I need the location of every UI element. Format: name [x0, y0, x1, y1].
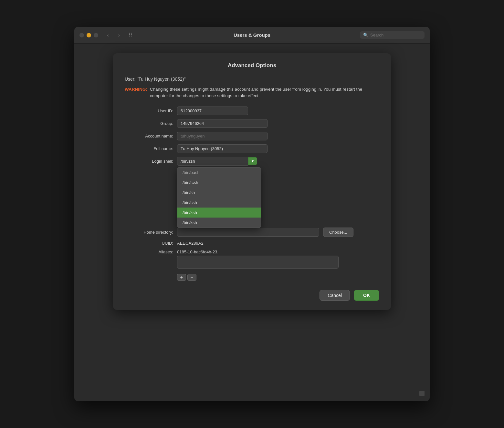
warning-label: WARNING: [125, 86, 147, 99]
home-directory-label: Home directory: [125, 230, 173, 235]
dropdown-item-sh[interactable]: /bin/sh [177, 188, 261, 198]
aliases-text: 0185-10-bac6fd4b-23... [177, 250, 339, 254]
shell-dropdown-menu: /bin/bash /bin/tcsh /bin/sh /bin/csh /bi… [177, 167, 261, 228]
dropdown-item-ksh[interactable]: /bin/ksh [177, 218, 261, 228]
window-content: Advanced Options User: "Tu Huy Nguyen (3… [74, 44, 430, 401]
aliases-label: Aliases: [125, 250, 173, 254]
search-icon: 🔍 [363, 33, 368, 37]
choose-button[interactable]: Choose... [323, 228, 353, 237]
titlebar: ‹ › ⠿ Users & Groups 🔍 [74, 27, 430, 44]
main-window: ‹ › ⠿ Users & Groups 🔍 Advanced Options … [74, 27, 430, 401]
chevron-down-icon: ▼ [251, 159, 255, 163]
search-box: 🔍 [360, 31, 425, 39]
add-remove-row: + − [177, 274, 379, 281]
account-name-label: Account name: [125, 134, 173, 138]
group-label: Group: [125, 121, 173, 126]
grid-button[interactable]: ⠿ [126, 32, 135, 38]
back-button[interactable]: ‹ [103, 32, 112, 38]
dropdown-item-csh[interactable]: /bin/csh [177, 198, 261, 208]
login-shell-row: Login shell: ▼ /bin/bash /bin/tcsh /bin/… [125, 157, 379, 166]
account-name-row: Account name: [125, 132, 379, 140]
full-name-label: Full name: [125, 146, 173, 151]
dropdown-item-tcsh[interactable]: /bin/tcsh [177, 178, 261, 188]
home-directory-row: Home directory: Choose... [125, 228, 379, 237]
dialog-footer: Cancel OK [125, 290, 379, 301]
home-directory-input[interactable] [177, 228, 319, 237]
shell-selector: ▼ /bin/bash /bin/tcsh /bin/sh /bin/csh /… [177, 157, 257, 166]
group-row: Group: [125, 119, 379, 128]
remove-alias-button[interactable]: − [187, 274, 196, 281]
aliases-row: Aliases: 0185-10-bac6fd4b-23... [125, 250, 379, 269]
uuid-label: UUID: [125, 241, 173, 246]
login-shell-label: Login shell: [125, 159, 173, 164]
ok-button[interactable]: OK [354, 290, 379, 301]
user-id-label: User ID: [125, 108, 173, 113]
close-button[interactable] [79, 33, 84, 37]
uuid-value: AEECA289A2 [177, 241, 204, 246]
user-row: User: "Tu Huy Nguyen (3052)" [125, 76, 379, 82]
account-name-input[interactable] [177, 132, 268, 140]
window-title: Users & Groups [234, 32, 270, 38]
full-name-input[interactable] [177, 144, 268, 153]
minimize-button[interactable] [87, 33, 91, 37]
forward-button[interactable]: › [114, 32, 123, 38]
dropdown-item-zsh[interactable]: /bin/zsh [177, 208, 261, 218]
add-alias-button[interactable]: + [177, 274, 186, 281]
full-name-row: Full name: [125, 144, 379, 153]
resize-handle[interactable] [419, 391, 425, 396]
nav-buttons: ‹ › [103, 32, 123, 38]
warning-text: Changing these settings might damage thi… [150, 86, 379, 99]
user-value: "Tu Huy Nguyen (3052)" [137, 76, 185, 82]
aliases-box [177, 256, 339, 269]
user-id-row: User ID: [125, 107, 379, 115]
search-input[interactable] [370, 33, 421, 37]
traffic-lights [79, 33, 98, 37]
fields-section: User ID: Group: Account name: Full name: [125, 107, 379, 269]
user-label: User: [125, 76, 135, 82]
warning-row: WARNING: Changing these settings might d… [125, 86, 379, 99]
shell-input[interactable] [177, 157, 248, 166]
dropdown-item-bash[interactable]: /bin/bash [177, 168, 261, 178]
shell-dropdown-button[interactable]: ▼ [248, 157, 257, 165]
maximize-button[interactable] [94, 33, 98, 37]
aliases-content: 0185-10-bac6fd4b-23... [177, 250, 339, 269]
cancel-button[interactable]: Cancel [320, 290, 350, 301]
group-input[interactable] [177, 119, 268, 128]
uuid-row: UUID: AEECA289A2 [125, 241, 379, 246]
advanced-options-dialog: Advanced Options User: "Tu Huy Nguyen (3… [113, 53, 391, 310]
user-id-input[interactable] [177, 107, 248, 115]
dialog-title: Advanced Options [125, 62, 379, 69]
